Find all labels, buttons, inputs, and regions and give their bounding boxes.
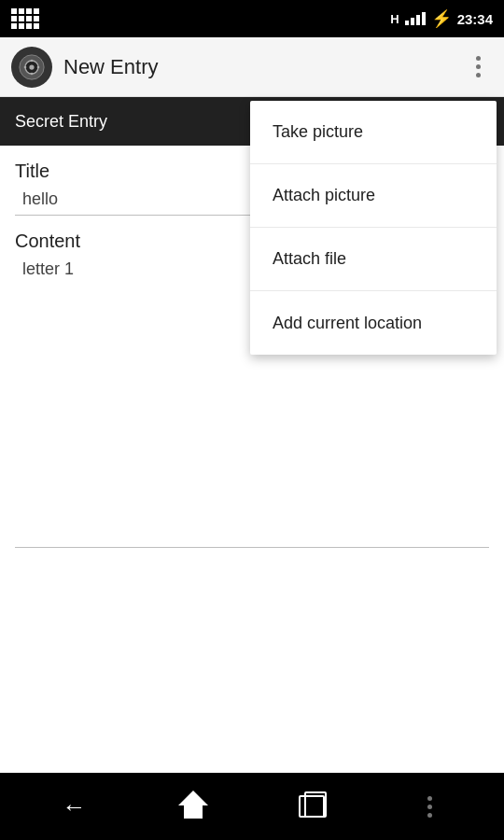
- svg-point-6: [37, 65, 40, 68]
- more-dots-icon: [427, 796, 432, 818]
- svg-point-4: [31, 72, 34, 75]
- home-body: [184, 805, 203, 819]
- svg-point-2: [29, 64, 34, 69]
- time-display: 23:34: [457, 11, 493, 27]
- section-header-label: Secret Entry: [15, 112, 107, 132]
- back-icon: ←: [63, 792, 87, 821]
- content-divider: [15, 547, 489, 548]
- menu-item-take-picture[interactable]: Take picture: [250, 101, 497, 164]
- recents-icon: [299, 795, 325, 818]
- status-bar: H ⚡ 23:34: [0, 0, 504, 37]
- menu-item-add-location[interactable]: Add current location: [250, 291, 497, 355]
- overflow-dot-2: [476, 64, 481, 69]
- nav-recents-button[interactable]: [274, 782, 349, 831]
- nav-bar: ←: [0, 773, 504, 840]
- nav-home-button[interactable]: [156, 782, 231, 831]
- status-left: [11, 8, 39, 29]
- svg-point-3: [31, 59, 34, 62]
- app-bar-title: New Entry: [63, 55, 463, 79]
- overflow-dot-1: [476, 56, 481, 61]
- grid-icon: [11, 8, 39, 29]
- menu-item-attach-picture[interactable]: Attach picture: [250, 164, 497, 228]
- overflow-menu-button[interactable]: [463, 47, 493, 88]
- nav-back-button[interactable]: ←: [37, 782, 112, 831]
- app-logo: [11, 47, 52, 88]
- svg-point-5: [24, 65, 27, 68]
- dropdown-menu: Take picture Attach picture Attach file …: [250, 101, 497, 355]
- app-bar: New Entry: [0, 37, 504, 97]
- home-icon: [178, 791, 208, 805]
- overflow-dot-3: [476, 73, 481, 77]
- signal-icon: H: [390, 12, 399, 26]
- signal-bars: [405, 12, 426, 25]
- status-right: H ⚡ 23:34: [390, 8, 493, 29]
- battery-icon: ⚡: [431, 8, 452, 29]
- menu-item-attach-file[interactable]: Attach file: [250, 228, 497, 291]
- nav-more-button[interactable]: [393, 782, 468, 831]
